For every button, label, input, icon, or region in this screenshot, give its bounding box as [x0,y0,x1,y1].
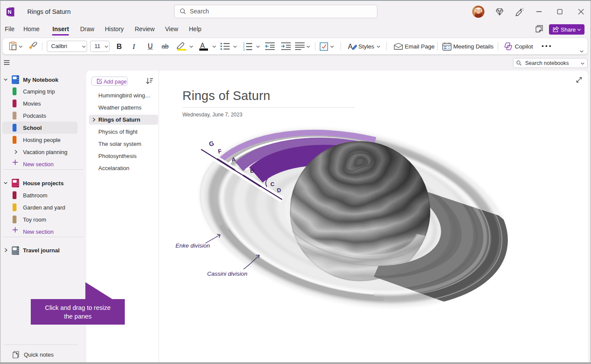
svg-text:N: N [8,9,12,15]
svg-text:3: 3 [243,48,245,51]
svg-text:B: B [250,168,254,174]
svg-text:1: 1 [243,42,245,45]
svg-text:C: C [270,181,275,187]
svg-text:F: F [218,148,222,155]
svg-text:Cassini division: Cassini division [207,271,247,277]
svg-text:G: G [208,140,215,148]
svg-text:Enke division: Enke division [175,242,210,249]
svg-text:2: 2 [243,45,245,48]
svg-text:A: A [348,43,353,50]
